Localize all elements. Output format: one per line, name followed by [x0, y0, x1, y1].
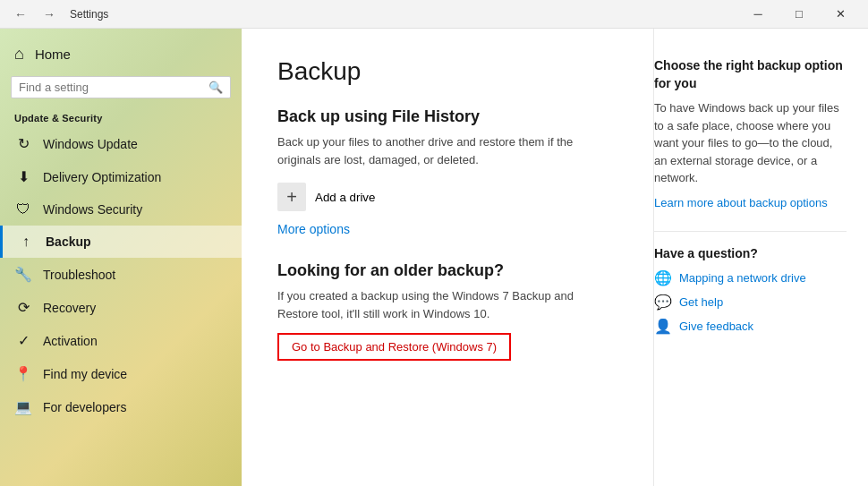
sidebar-item-delivery-optimization[interactable]: ⬇ Delivery Optimization [0, 160, 242, 193]
right-panel-choose-desc: To have Windows back up your files to a … [654, 99, 847, 187]
sidebar-item-label: Windows Update [43, 137, 138, 151]
sidebar-item-label: Activation [43, 334, 98, 348]
recovery-icon: ⟳ [14, 299, 32, 316]
activation-icon: ✓ [14, 332, 32, 349]
file-history-title: Back up using File History [277, 107, 617, 126]
close-button[interactable]: ✕ [820, 0, 861, 29]
sidebar-section-title: Update & Security [0, 106, 242, 127]
feedback-action[interactable]: 👤 Give feedback [654, 318, 847, 335]
mapping-label: Mapping a network drive [679, 271, 806, 285]
title-bar-title: Settings [70, 8, 108, 21]
get-help-icon: 💬 [654, 294, 672, 311]
mapping-network-drive-action[interactable]: 🌐 Mapping a network drive [654, 269, 847, 286]
older-backup-title: Looking for an older backup? [277, 261, 617, 280]
title-bar: ← → Settings ─ □ ✕ [0, 0, 868, 29]
windows-security-icon: 🛡 [14, 201, 32, 217]
restore-button[interactable]: Go to Backup and Restore (Windows 7) [277, 333, 511, 361]
title-bar-controls: ─ □ ✕ [737, 0, 861, 29]
sidebar-item-label: Windows Security [43, 202, 142, 217]
older-backup-desc: If you created a backup using the Window… [277, 287, 617, 322]
right-panel-choose-title: Choose the right backup option for you [654, 57, 847, 92]
add-drive-button[interactable]: + Add a drive [277, 183, 375, 211]
more-options-link[interactable]: More options [277, 222, 617, 236]
sidebar-home[interactable]: ⌂ Home [0, 36, 242, 72]
get-help-action[interactable]: 💬 Get help [654, 294, 847, 311]
title-bar-left: ← → Settings [7, 4, 108, 25]
sidebar-item-windows-security[interactable]: 🛡 Windows Security [0, 193, 242, 226]
sidebar-item-find-my-device[interactable]: 📍 Find my device [0, 357, 242, 390]
windows-update-icon: ↻ [14, 135, 32, 152]
sidebar-home-label: Home [35, 47, 71, 62]
backup-icon: ↑ [17, 234, 35, 250]
sidebar-item-label: Delivery Optimization [43, 170, 161, 184]
sidebar-item-label: Backup [46, 234, 91, 249]
sidebar-item-activation[interactable]: ✓ Activation [0, 324, 242, 357]
find-my-device-icon: 📍 [14, 365, 32, 382]
divider [654, 231, 847, 232]
home-icon: ⌂ [14, 45, 24, 64]
sidebar-item-label: Find my device [43, 367, 127, 381]
feedback-icon: 👤 [654, 318, 672, 335]
main-content: Backup Back up using File History Back u… [242, 29, 653, 486]
search-input[interactable] [19, 81, 208, 94]
sidebar-item-label: Recovery [43, 301, 96, 315]
sidebar-item-windows-update[interactable]: ↻ Windows Update [0, 127, 242, 160]
title-bar-nav: ← → [7, 4, 63, 25]
page-title: Backup [277, 57, 617, 86]
sidebar-item-recovery[interactable]: ⟳ Recovery [0, 291, 242, 324]
maximize-button[interactable]: □ [779, 0, 820, 29]
learn-more-link[interactable]: Learn more about backup options [654, 196, 847, 209]
for-developers-icon: 💻 [14, 398, 32, 415]
sidebar: ⌂ Home 🔍 Update & Security ↻ Windows Upd… [0, 29, 242, 486]
right-panel-question-title: Have a question? [654, 246, 847, 260]
feedback-label: Give feedback [679, 320, 753, 333]
troubleshoot-icon: 🔧 [14, 266, 32, 283]
search-box: 🔍 [11, 76, 231, 98]
sidebar-item-troubleshoot[interactable]: 🔧 Troubleshoot [0, 258, 242, 291]
sidebar-item-backup[interactable]: ↑ Backup [0, 226, 242, 258]
delivery-optimization-icon: ⬇ [14, 168, 32, 185]
sidebar-item-label: Troubleshoot [43, 268, 115, 282]
sidebar-item-label: For developers [43, 400, 126, 414]
search-icon: 🔍 [208, 81, 223, 94]
mapping-icon: 🌐 [654, 269, 672, 286]
file-history-desc: Back up your files to another drive and … [277, 133, 617, 168]
app-container: ⌂ Home 🔍 Update & Security ↻ Windows Upd… [0, 29, 868, 486]
minimize-button[interactable]: ─ [737, 0, 779, 29]
right-panel: Choose the right backup option for you T… [653, 29, 868, 486]
add-drive-label: Add a drive [315, 191, 375, 204]
sidebar-item-for-developers[interactable]: 💻 For developers [0, 390, 242, 423]
add-drive-icon: + [277, 183, 306, 211]
get-help-label: Get help [679, 295, 723, 309]
back-button[interactable]: ← [7, 4, 34, 25]
forward-button[interactable]: → [36, 4, 63, 25]
